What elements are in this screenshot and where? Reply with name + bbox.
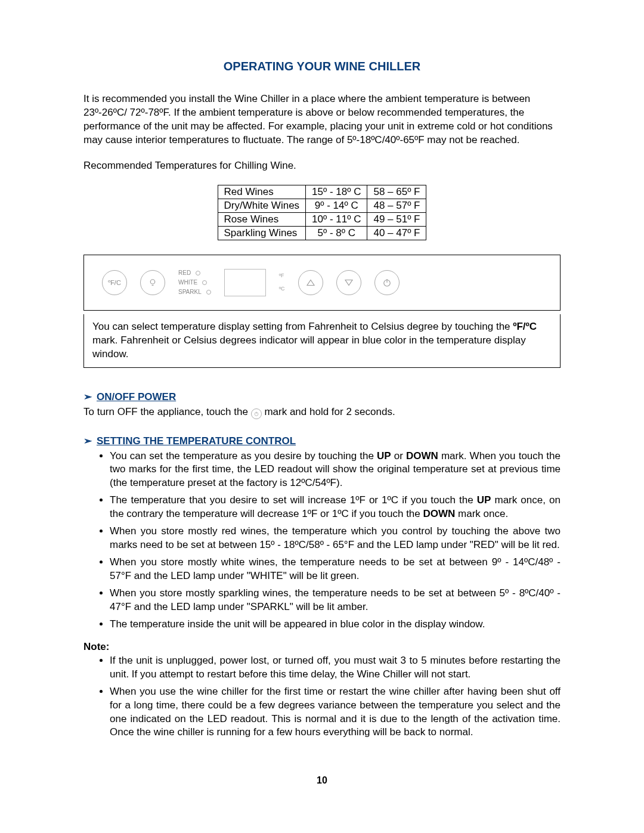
list-item: If the unit is unplugged, power lost, or…: [110, 654, 561, 682]
list-item: The temperature that you desire to set w…: [110, 494, 561, 521]
led-indicators: RED WHITE SPARKL: [178, 268, 211, 297]
power-icon: [382, 277, 392, 288]
list-item: You can set the temperature as you desir…: [110, 450, 561, 491]
onoff-text: To turn OFF the appliance, touch the mar…: [83, 405, 561, 419]
list-item: When you use the wine chiller for the fi…: [110, 685, 561, 740]
control-panel: ºF/C RED WHITE SPARKL ºF ºC: [83, 255, 561, 311]
list-item: When you store mostly sparkling wines, t…: [110, 587, 561, 614]
section-heading-setting: ➢SETTING THE TEMPERATURE CONTROL: [83, 435, 561, 447]
degree-labels: ºF ºC: [279, 270, 285, 295]
power-button: [374, 270, 400, 295]
note-label: Note:: [83, 641, 561, 653]
info-box: You can select temperature display setti…: [83, 314, 561, 368]
setting-bullets: You can set the temperature as you desir…: [83, 450, 561, 631]
page-number: 10: [83, 775, 561, 786]
recommended-line: Recommended Temperatures for Chilling Wi…: [83, 159, 561, 173]
table-row: Red Wines15º - 18º C58 – 65º F: [218, 185, 426, 199]
table-row: Dry/White Wines9º - 14º C48 – 57º F: [218, 199, 426, 212]
triangle-down-icon: [343, 277, 354, 288]
fc-button: ºF/C: [102, 270, 127, 295]
down-button: [336, 270, 361, 295]
display-window: [224, 269, 266, 296]
light-button: [140, 270, 165, 295]
temperature-table: Red Wines15º - 18º C58 – 65º F Dry/White…: [218, 185, 427, 240]
page-title: OPERATING YOUR WINE CHILLER: [83, 60, 561, 73]
table-row: Rose Wines10º - 11º C49 – 51º F: [218, 212, 426, 226]
list-item: The temperature inside the unit will be …: [110, 618, 561, 631]
section-heading-onoff: ➢ON/OFF POWER: [83, 391, 561, 403]
led-dot: [206, 290, 211, 295]
intro-paragraph: It is recommended you install the Wine C…: [83, 92, 561, 147]
list-item: When you store mostly red wines, the tem…: [110, 525, 561, 552]
power-icon-inline: [251, 408, 262, 419]
up-button: [298, 270, 323, 295]
note-bullets: If the unit is unplugged, power lost, or…: [83, 654, 561, 740]
chevron-right-icon: ➢: [83, 435, 92, 447]
svg-point-0: [150, 279, 155, 284]
led-dot: [196, 271, 200, 275]
light-icon: [147, 277, 158, 288]
chevron-right-icon: ➢: [83, 391, 92, 402]
triangle-up-icon: [305, 277, 316, 288]
led-dot: [202, 280, 207, 285]
table-row: Sparkling Wines5º - 8º C40 – 47º F: [218, 226, 426, 240]
list-item: When you store mostly white wines, the t…: [110, 556, 561, 583]
